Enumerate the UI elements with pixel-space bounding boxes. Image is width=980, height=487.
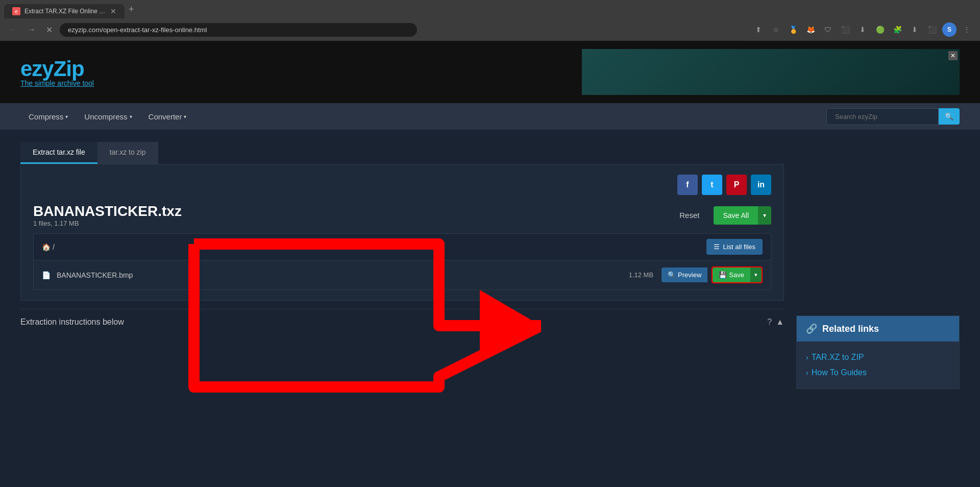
related-links-title: Related links bbox=[822, 324, 879, 334]
chevron-icon-2: › bbox=[806, 369, 808, 377]
nav-compress[interactable]: Compress ▾ bbox=[20, 105, 76, 128]
extension-icon-2[interactable]: 🦊 bbox=[803, 22, 818, 37]
save-all-button[interactable]: Save All bbox=[714, 206, 758, 225]
extension-icon-4[interactable]: ⬛ bbox=[838, 22, 852, 37]
extension-icon-1[interactable]: 🏅 bbox=[786, 22, 800, 37]
save-icon: 💾 bbox=[719, 271, 727, 279]
address-bar[interactable] bbox=[60, 23, 417, 37]
browser-chrome: e Extract TAR.XZ File Online (No li... ✕… bbox=[0, 0, 980, 41]
search-input[interactable] bbox=[826, 108, 939, 125]
nav-converter[interactable]: Converter ▾ bbox=[140, 105, 195, 128]
extension-icon-6[interactable]: 🟢 bbox=[873, 22, 887, 37]
logo-area: ezyZip The simple archive tool bbox=[20, 57, 94, 87]
save-dropdown-button[interactable]: ▾ bbox=[750, 267, 762, 282]
search-area: 🔍 bbox=[826, 108, 960, 125]
tab-extract-tarxz[interactable]: Extract tar.xz file bbox=[20, 142, 97, 164]
pinterest-icon: P bbox=[734, 180, 740, 189]
browser-tab-bar: e Extract TAR.XZ File Online (No li... ✕… bbox=[0, 0, 980, 18]
file-row-name: BANANASTICKER.bmp bbox=[57, 271, 629, 279]
tagline-suffix: archive tool bbox=[55, 79, 93, 87]
file-type-icon: 📄 bbox=[42, 271, 51, 279]
collapse-icon[interactable]: ▲ bbox=[776, 318, 784, 327]
compress-dropdown-arrow: ▾ bbox=[65, 114, 68, 119]
folder-path: 🏠 / bbox=[42, 243, 55, 251]
menu-icon[interactable]: ⋮ bbox=[960, 22, 974, 37]
share-icon[interactable]: ⬆ bbox=[751, 22, 766, 37]
related-link-tarxz-label: TAR.XZ to ZIP bbox=[812, 353, 864, 362]
site-logo: ezyZip bbox=[20, 57, 94, 81]
related-links-icon: 🔗 bbox=[806, 323, 817, 334]
site-nav: Compress ▾ Uncompress ▾ Converter ▾ 🔍 bbox=[0, 103, 980, 130]
facebook-share-button[interactable]: f bbox=[677, 175, 698, 195]
tab-close-button[interactable]: ✕ bbox=[110, 7, 116, 15]
reset-button[interactable]: Reset bbox=[671, 207, 707, 224]
save-file-button[interactable]: 💾 Save bbox=[713, 267, 750, 282]
facebook-icon: f bbox=[686, 180, 689, 189]
site-header: ezyZip The simple archive tool ✕ bbox=[0, 41, 980, 103]
instructions-text: Extraction instructions below bbox=[20, 318, 124, 327]
extension-icon-5[interactable]: ⬇ bbox=[855, 22, 870, 37]
list-all-files-button[interactable]: ☰ List all files bbox=[706, 239, 763, 255]
nav-uncompress-label: Uncompress bbox=[84, 112, 127, 121]
nav-uncompress[interactable]: Uncompress ▾ bbox=[76, 105, 140, 128]
download-icon[interactable]: ⬇ bbox=[908, 22, 922, 37]
related-link-how-to-guides[interactable]: › How To Guides bbox=[806, 365, 950, 380]
logo-tagline: The simple archive tool bbox=[20, 79, 94, 87]
social-row: f t P in bbox=[33, 175, 771, 195]
instructions-bar: Extraction instructions below ? ▲ bbox=[20, 309, 784, 335]
preview-button[interactable]: 🔍 Preview bbox=[662, 267, 707, 282]
file-row: 📄 BANANASTICKER.bmp 1.12 MB 🔍 Preview 💾 bbox=[34, 260, 771, 289]
twitter-icon: t bbox=[710, 180, 713, 189]
related-links-header: 🔗 Related links bbox=[797, 316, 959, 342]
refresh-button[interactable]: ✕ bbox=[43, 23, 56, 37]
file-name: BANANASTICKER.txz bbox=[33, 203, 182, 220]
file-info-row: BANANASTICKER.txz 1 files, 1.17 MB Reset… bbox=[33, 203, 771, 227]
file-info-left: BANANASTICKER.txz 1 files, 1.17 MB bbox=[33, 203, 182, 227]
save-button-group: 💾 Save ▾ bbox=[712, 266, 763, 283]
tab-tarxz-to-zip[interactable]: tar.xz to zip bbox=[97, 142, 158, 164]
tagline-prefix: The bbox=[20, 79, 35, 87]
sidebar-icon[interactable]: ⬛ bbox=[925, 22, 939, 37]
related-links-box: 🔗 Related links › TAR.XZ to ZIP › How To… bbox=[796, 315, 960, 389]
help-icon[interactable]: ? bbox=[767, 318, 772, 327]
bookmark-icon[interactable]: ☆ bbox=[769, 22, 783, 37]
tab-title: Extract TAR.XZ File Online (No li... bbox=[24, 8, 106, 15]
linkedin-icon: in bbox=[757, 180, 765, 189]
pinterest-share-button[interactable]: P bbox=[726, 175, 747, 195]
ad-banner: ✕ bbox=[582, 49, 960, 95]
nav-items: Compress ▾ Uncompress ▾ Converter ▾ bbox=[20, 105, 194, 128]
sidebar: 🔗 Related links › TAR.XZ to ZIP › How To… bbox=[796, 142, 960, 389]
file-row-actions: 🔍 Preview 💾 Save ▾ bbox=[662, 266, 763, 283]
search-button[interactable]: 🔍 bbox=[939, 108, 960, 125]
file-area: f t P in BANANASTICKER.txz bbox=[20, 164, 784, 301]
linkedin-share-button[interactable]: in bbox=[751, 175, 771, 195]
page-content: ezyZip The simple archive tool ✕ Compres… bbox=[0, 41, 980, 401]
active-tab[interactable]: e Extract TAR.XZ File Online (No li... ✕ bbox=[4, 4, 125, 18]
instructions-icons: ? ▲ bbox=[767, 318, 784, 327]
toolbar-icons: ⬆ ☆ 🏅 🦊 🛡 ⬛ ⬇ 🟢 🧩 ⬇ ⬛ S ⋮ bbox=[751, 22, 974, 37]
tool-tabs: Extract tar.xz file tar.xz to zip bbox=[20, 142, 784, 164]
extension-icon-3[interactable]: 🛡 bbox=[821, 22, 835, 37]
related-links-body: › TAR.XZ to ZIP › How To Guides bbox=[797, 342, 959, 388]
twitter-share-button[interactable]: t bbox=[702, 175, 722, 195]
preview-icon: 🔍 bbox=[668, 271, 676, 279]
nav-compress-label: Compress bbox=[29, 112, 63, 121]
save-all-group: Save All ▾ bbox=[714, 206, 771, 225]
forward-button[interactable]: → bbox=[24, 23, 39, 36]
file-meta: 1 files, 1.17 MB bbox=[33, 220, 182, 227]
related-link-tarxz-to-zip[interactable]: › TAR.XZ to ZIP bbox=[806, 350, 950, 365]
file-browser-header: 🏠 / ☰ List all files bbox=[34, 234, 771, 260]
logo-prefix: ezy bbox=[20, 57, 54, 81]
new-tab-button[interactable]: + bbox=[125, 2, 138, 17]
tagline-simple: simple bbox=[35, 79, 55, 87]
ad-close-button[interactable]: ✕ bbox=[948, 51, 958, 60]
back-button[interactable]: ← bbox=[6, 23, 20, 36]
save-all-dropdown-button[interactable]: ▾ bbox=[758, 206, 771, 225]
nav-converter-label: Converter bbox=[149, 112, 182, 121]
content-area: Extract tar.xz file tar.xz to zip f t P bbox=[20, 142, 784, 389]
save-label: Save bbox=[729, 271, 744, 279]
extension-icon-7[interactable]: 🧩 bbox=[890, 22, 904, 37]
profile-avatar[interactable]: S bbox=[942, 22, 957, 37]
main-content: Extract tar.xz file tar.xz to zip f t P bbox=[0, 130, 980, 401]
logo-accent: Zip bbox=[54, 57, 84, 81]
